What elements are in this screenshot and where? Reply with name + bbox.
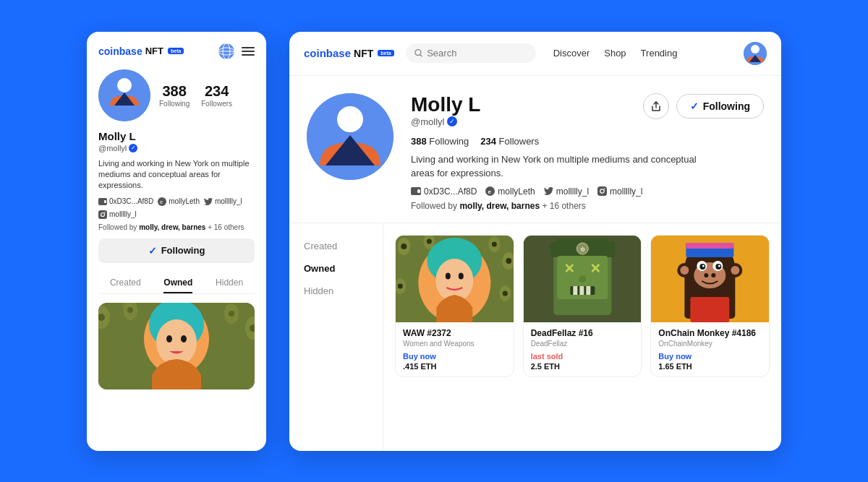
svg-rect-89 — [686, 243, 734, 249]
desktop-following-stat: 388 Following — [411, 136, 469, 147]
mobile-following-stat: 388 Following — [159, 83, 190, 108]
svg-point-44 — [401, 244, 407, 249]
sidebar-item-owned[interactable]: Owned — [304, 257, 368, 280]
sidebar-item-created[interactable]: Created — [304, 235, 368, 257]
svg-rect-71 — [573, 286, 577, 295]
nft-grid: WAW #2372 Women and Weapons Buy now .415… — [395, 235, 770, 377]
desktop-ens-icon: e — [485, 186, 495, 196]
svg-text:e: e — [488, 189, 492, 195]
desktop-twitter-link: mollllly_l — [544, 186, 589, 197]
mobile-card: coinbase NFT beta — [87, 32, 266, 451]
mobile-logo-nft: NFT — [145, 46, 163, 56]
sidebar-item-hidden[interactable]: Hidden — [304, 280, 368, 302]
svg-point-46 — [427, 238, 432, 244]
svg-point-5 — [117, 78, 132, 92]
svg-point-12 — [104, 212, 105, 212]
nft-image-0 — [396, 236, 514, 322]
mobile-topbar: coinbase NFT beta — [98, 43, 255, 59]
mobile-handle: @mollyl ✓ — [98, 144, 255, 152]
svg-point-54 — [503, 291, 508, 296]
svg-point-52 — [398, 283, 403, 288]
svg-point-32 — [751, 45, 760, 53]
nft-card-2[interactable]: OnChain Monkey #4186 OnChainMonkey Buy n… — [650, 235, 770, 377]
search-input[interactable] — [427, 48, 527, 59]
desktop-nav: coinbase NFT beta Discover Shop Trending — [289, 32, 781, 76]
desktop-content: WAW #2372 Women and Weapons Buy now .415… — [383, 223, 781, 451]
desktop-beta-badge: beta — [378, 50, 393, 56]
desktop-nav-links: Discover Shop Trending — [553, 48, 678, 59]
mobile-tabs: Created Owned Hidden — [98, 273, 255, 294]
svg-rect-36 — [417, 189, 420, 193]
mobile-name: Molly L — [98, 130, 255, 142]
ens-icon: e — [158, 197, 166, 206]
svg-point-34 — [337, 106, 363, 132]
svg-text:e: e — [160, 199, 163, 205]
nft-price-1: 2.5 ETH — [531, 362, 634, 371]
mobile-verified-badge: ✓ — [129, 144, 137, 152]
mobile-beta-badge: beta — [168, 48, 184, 54]
mobile-following-label: Following — [159, 100, 190, 108]
nft-card-0[interactable]: WAW #2372 Women and Weapons Buy now .415… — [395, 235, 514, 377]
desktop-links-row: 0xD3C...Af8D e mollyLeth mollllly_l moll… — [411, 186, 764, 197]
svg-point-85 — [718, 264, 720, 267]
desktop-bio: Living and working in New York on multip… — [411, 152, 715, 181]
desktop-sidebar: Created Owned Hidden — [289, 223, 383, 451]
nav-link-shop[interactable]: Shop — [604, 48, 626, 59]
svg-point-86 — [705, 273, 709, 277]
svg-rect-73 — [586, 286, 590, 295]
svg-rect-72 — [579, 286, 584, 295]
desktop-name: Molly L — [411, 93, 480, 116]
desktop-instagram-icon — [597, 186, 607, 196]
share-button[interactable] — [643, 93, 669, 119]
nft-action-0[interactable]: Buy now — [403, 352, 506, 361]
svg-point-48 — [492, 241, 497, 246]
mobile-checkmark-icon: ✓ — [148, 245, 157, 257]
mobile-instagram-link: mollllly_l — [98, 210, 137, 219]
nft-title-1: DeadFellaz #16 — [531, 328, 634, 338]
globe-icon[interactable] — [218, 43, 234, 59]
nft-action-1: last sold — [531, 352, 634, 361]
desktop-logo-coinbase: coinbase — [304, 47, 351, 59]
svg-point-50 — [506, 258, 511, 264]
svg-point-26 — [156, 319, 197, 366]
svg-rect-39 — [597, 186, 607, 196]
svg-point-29 — [415, 50, 421, 56]
mobile-followers-count: 234 — [205, 83, 229, 100]
svg-text:⚙: ⚙ — [580, 246, 585, 253]
nav-link-trending[interactable]: Trending — [641, 48, 678, 59]
nft-image-1: ⚙ — [524, 236, 642, 322]
desktop-following-button[interactable]: ✓ Following — [676, 94, 764, 119]
mobile-profile-section: 388 Following 234 Followers — [98, 69, 255, 121]
mobile-tab-created[interactable]: Created — [110, 273, 141, 293]
desktop-nav-avatar[interactable] — [744, 42, 767, 65]
mobile-ens-link: e mollyLeth — [158, 197, 200, 206]
mobile-follow-button[interactable]: ✓ Following — [98, 238, 255, 263]
mobile-tab-owned[interactable]: Owned — [163, 273, 192, 293]
nft-info-2: OnChain Monkey #4186 OnChainMonkey Buy n… — [651, 322, 769, 376]
svg-point-27 — [166, 335, 172, 343]
desktop-search-bar[interactable] — [406, 43, 536, 63]
svg-point-69 — [579, 275, 586, 283]
nav-link-discover[interactable]: Discover — [553, 48, 590, 59]
hamburger-menu[interactable] — [242, 47, 255, 56]
mobile-tab-hidden[interactable]: Hidden — [216, 273, 243, 293]
mobile-logo: coinbase NFT beta — [98, 46, 184, 57]
nft-card-1[interactable]: ⚙ DeadFellaz #16 DeadFellaz last sold 2.… — [523, 235, 642, 377]
mobile-bio: Living and working in New York on multip… — [98, 158, 255, 191]
nft-action-2[interactable]: Buy now — [658, 352, 762, 361]
svg-point-58 — [446, 272, 451, 279]
mobile-followers-stat: 234 Followers — [201, 83, 232, 108]
mobile-followed-by: Followed by molly, drew, barnes + 16 oth… — [98, 223, 255, 231]
svg-point-59 — [459, 272, 464, 279]
svg-line-30 — [420, 55, 422, 57]
nft-price-0: .415 ETH — [403, 362, 506, 371]
mobile-followers-label: Followers — [201, 100, 232, 108]
desktop-logo: coinbase NFT beta — [304, 47, 394, 59]
desktop-logo-nft: NFT — [354, 48, 373, 59]
svg-point-87 — [712, 273, 716, 277]
svg-rect-94 — [691, 297, 730, 322]
svg-point-84 — [702, 264, 705, 267]
mobile-nft-preview — [98, 303, 255, 390]
desktop-profile-header: Molly L @mollyl ✓ ✓ — [411, 93, 764, 133]
desktop-card: coinbase NFT beta Discover Shop Trending — [289, 32, 781, 451]
